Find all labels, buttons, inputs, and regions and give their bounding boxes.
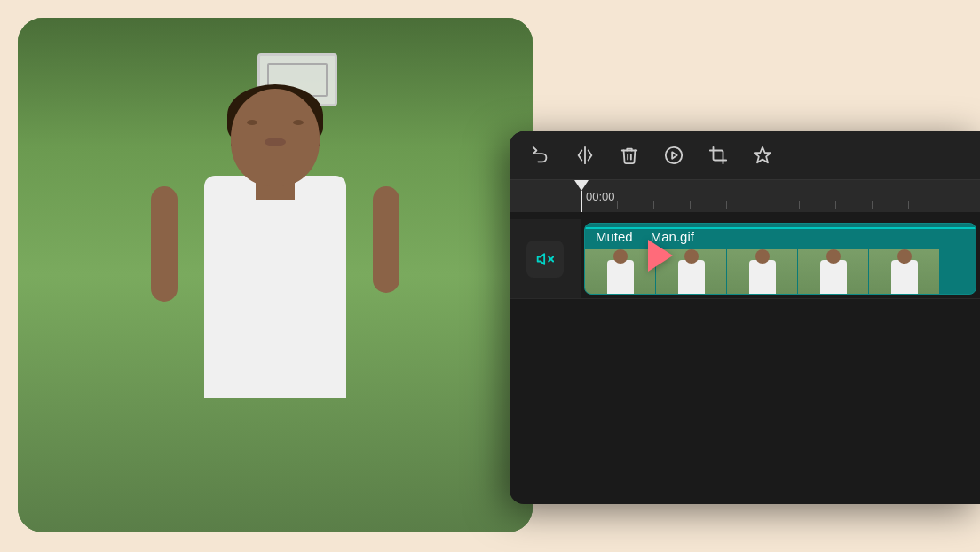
split-button[interactable] xyxy=(575,146,595,165)
video-track-row: Muted Man.gif xyxy=(510,219,980,299)
empty-track-row xyxy=(510,299,980,352)
person-right-arm xyxy=(373,186,399,293)
svg-point-1 xyxy=(666,147,682,163)
toolbar xyxy=(510,131,980,180)
svg-marker-3 xyxy=(755,147,771,162)
film-thumb-1 xyxy=(585,249,656,295)
track-controls xyxy=(510,219,581,298)
media-clip[interactable]: Muted Man.gif xyxy=(584,223,976,295)
photo-background xyxy=(18,18,533,532)
film-thumb-5 xyxy=(869,249,940,295)
cursor-arrow xyxy=(648,240,673,272)
clip-muted-label: Muted xyxy=(596,229,633,244)
undo-button[interactable] xyxy=(531,146,550,165)
svg-marker-2 xyxy=(672,152,677,158)
editor-panel: 00:00 xyxy=(510,131,980,504)
crop-button[interactable] xyxy=(708,146,728,165)
track-content: Muted Man.gif xyxy=(581,219,980,298)
film-thumb-4 xyxy=(798,249,869,295)
ruler-ticks xyxy=(581,180,980,212)
person-left-arm xyxy=(151,186,178,302)
film-thumb-3 xyxy=(727,249,798,295)
mute-button[interactable] xyxy=(526,241,564,278)
motion-button[interactable] xyxy=(664,146,684,165)
person-body xyxy=(204,176,346,398)
adjust-button[interactable] xyxy=(753,146,772,165)
person-head xyxy=(231,89,320,186)
timecode-ruler: 00:00 xyxy=(510,180,980,212)
delete-button[interactable] xyxy=(620,146,639,165)
filmstrip xyxy=(585,249,976,295)
video-preview xyxy=(18,18,533,532)
clip-top-border xyxy=(585,227,976,229)
svg-marker-4 xyxy=(538,254,545,264)
person-figure xyxy=(160,71,391,532)
